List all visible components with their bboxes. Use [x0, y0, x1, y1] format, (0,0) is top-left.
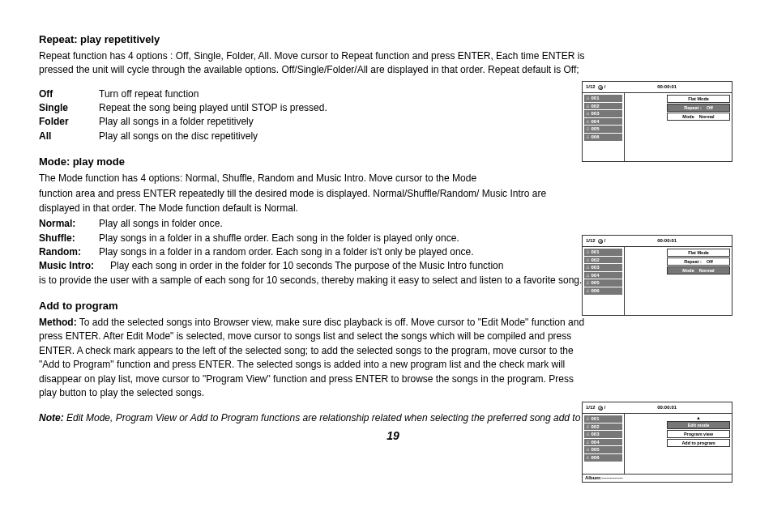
list-item: ♫005	[584, 279, 622, 287]
info-repeat-row: Repeat :Off	[667, 257, 730, 266]
screenshot-repeat: 1/12 / 00:00:01 ♫001 ♫002 ♫003 ♫004 ♫005…	[582, 81, 732, 162]
list-item: ♫006	[584, 134, 622, 141]
info-flat-mode: Flat Mode	[667, 95, 730, 103]
mode-description-1: The Mode function has 4 options: Normal,…	[39, 172, 590, 185]
shot2-song-list: ♫001 ♫002 ♫003 ♫004 ♫005 ♫006	[583, 247, 625, 315]
repeat-section: Repeat: play repetitively Repeat functio…	[39, 32, 590, 143]
repeat-def-single: Single Repeat the song being played unti…	[39, 101, 590, 115]
repeat-folder-desc: Play all songs in a folder repetitively	[99, 115, 254, 129]
mode-normal-term: Normal:	[39, 217, 99, 231]
info-edit-mode: Edit mode	[667, 421, 730, 429]
music-note-icon: ♫	[586, 455, 590, 461]
music-note-icon: ♫	[586, 440, 590, 445]
repeat-all-desc: Play all songs on the disc repetitively	[99, 130, 258, 143]
shot1-song-list: ♫001 ♫002 ♫003 ♫004 ♫005 ♫006	[583, 93, 625, 161]
mode-normal-desc: Play all songs in folder once.	[99, 217, 223, 231]
repeat-description: Repeat function has 4 options : Off, Sin…	[39, 49, 590, 78]
add-section: Add to program Method: To add the select…	[39, 299, 590, 400]
list-item: ♫004	[584, 439, 622, 446]
music-note-icon: ♫	[586, 126, 590, 132]
disc-icon	[598, 239, 603, 244]
add-heading: Add to program	[39, 300, 118, 312]
shot3-frac: 1/12	[586, 405, 596, 410]
music-note-icon: ♫	[586, 280, 590, 286]
music-note-icon: ♫	[586, 265, 590, 270]
screenshot-mode: 1/12 / 00:00:01 ♫001 ♫002 ♫003 ♫004 ♫005…	[582, 235, 732, 316]
mode-subheading: play mode	[73, 155, 125, 168]
mode-def-intro: Music Intro: Play each song in order in …	[39, 259, 590, 273]
shot3-time: 00:00:01	[605, 405, 728, 411]
list-item: ♫002	[584, 423, 622, 431]
mode-intro-tail: is to provide the user with a sample of …	[39, 274, 590, 287]
info-program-view: Program view	[667, 430, 730, 438]
music-note-icon: ♫	[586, 447, 590, 453]
list-item: ♫002	[584, 257, 622, 264]
music-note-icon: ♫	[586, 424, 590, 430]
list-item: ♫003	[584, 431, 622, 438]
list-item: ♫006	[584, 287, 622, 295]
music-note-icon: ♫	[586, 134, 590, 140]
mode-shuffle-term: Shuffle:	[39, 232, 99, 245]
shot3-info: ▲ Edit mode Program view Add to program	[667, 415, 730, 448]
repeat-folder-term: Folder	[39, 115, 99, 129]
repeat-heading: Repeat:	[39, 33, 78, 45]
music-note-icon: ♫	[586, 96, 590, 101]
list-item: ♫001	[584, 415, 622, 423]
repeat-def-off: Off Turn off repeat function	[39, 87, 590, 101]
shot1-frac: 1/12	[586, 84, 596, 89]
list-item: ♫003	[584, 264, 622, 271]
mode-def-normal: Normal: Play all songs in folder once.	[39, 217, 590, 231]
music-note-icon: ♫	[586, 257, 590, 263]
mode-def-random: Random: Play songs in a folder in a rand…	[39, 245, 590, 259]
mode-heading: Mode:	[39, 155, 70, 168]
list-item: ♫005	[584, 446, 622, 453]
music-note-icon: ♫	[586, 288, 590, 294]
info-mode-row: ModeNormal	[667, 113, 730, 121]
add-method: Method: To add the selected songs into B…	[39, 316, 590, 400]
disc-icon	[598, 406, 603, 411]
mode-intro-desc: Play each song in order in the folder fo…	[110, 259, 503, 273]
shot3-song-list: ♫001 ♫002 ♫003 ♫004 ♫005 ♫006	[583, 414, 625, 474]
list-item: ♫001	[584, 95, 622, 102]
repeat-all-term: All	[39, 130, 99, 143]
list-item: ♫005	[584, 126, 622, 133]
shot2-frac: 1/12	[586, 238, 596, 243]
mode-description-2: function area and press ENTER repeatedly…	[39, 187, 590, 215]
repeat-subheading: play repetitively	[80, 33, 160, 45]
add-method-label: Method:	[39, 317, 77, 328]
info-mode-row: ModeNormal	[667, 266, 730, 275]
music-note-icon: ♫	[586, 249, 590, 255]
shot1-info: Flat Mode Repeat :Off ModeNormal	[667, 95, 730, 121]
add-note-label: Note:	[39, 412, 64, 423]
add-method-text: To add the selected songs into Browser v…	[39, 317, 584, 398]
repeat-single-term: Single	[39, 101, 99, 115]
list-item: ♫003	[584, 110, 622, 117]
mode-shuffle-desc: Play songs in a folder in a shuffle orde…	[99, 232, 459, 245]
list-item: ♫004	[584, 272, 622, 279]
triangle-up-icon: ▲	[667, 415, 730, 420]
info-repeat-row: Repeat :Off	[667, 104, 730, 112]
list-item: ♫004	[584, 118, 622, 126]
repeat-off-term: Off	[39, 87, 99, 101]
music-note-icon: ♫	[586, 111, 590, 117]
music-note-icon: ♫	[586, 104, 590, 109]
screenshot-add-program: 1/12 / 00:00:01 ♫001 ♫002 ♫003 ♫004 ♫005…	[582, 402, 732, 483]
info-add-to-program: Add to program	[667, 439, 730, 447]
disc-icon	[598, 85, 603, 90]
list-item: ♫001	[584, 249, 622, 256]
mode-def-shuffle: Shuffle: Play songs in a folder in a shu…	[39, 232, 590, 245]
mode-section: Mode: play mode The Mode function has 4 …	[39, 155, 590, 287]
music-note-icon: ♫	[586, 273, 590, 279]
shot1-time: 00:00:01	[605, 84, 728, 90]
repeat-single-desc: Repeat the song being played until STOP …	[99, 101, 327, 115]
music-note-icon: ♫	[586, 119, 590, 125]
add-note-text: Edit Mode, Program View or Add to Progra…	[64, 412, 643, 423]
info-flat-mode: Flat Mode	[667, 249, 730, 257]
repeat-def-all: All Play all songs on the disc repetitiv…	[39, 130, 590, 143]
mode-intro-term: Music Intro:	[39, 259, 110, 273]
shot2-time: 00:00:01	[605, 238, 728, 244]
mode-random-desc: Play songs in a folder in a random order…	[99, 245, 474, 259]
shot2-info: Flat Mode Repeat :Off ModeNormal	[667, 249, 730, 275]
repeat-def-folder: Folder Play all songs in a folder repeti…	[39, 115, 590, 129]
mode-random-term: Random:	[39, 245, 99, 259]
